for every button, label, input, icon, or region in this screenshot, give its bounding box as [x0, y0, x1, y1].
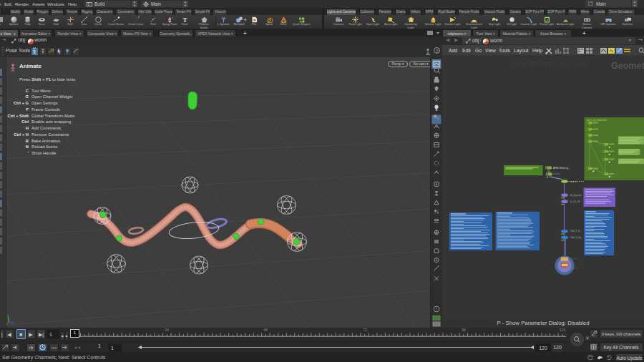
svg-text:A_legsnow: A_legsnow: [570, 194, 582, 197]
svg-text:(L_01_00: (L_01_00: [570, 200, 580, 203]
svg-text:APEX Worm rig: APEX Worm rig: [553, 167, 568, 170]
svg-text:worm_rig_components: worm_rig_components: [587, 119, 608, 122]
svg-text:worm1: worm1: [570, 180, 577, 183]
